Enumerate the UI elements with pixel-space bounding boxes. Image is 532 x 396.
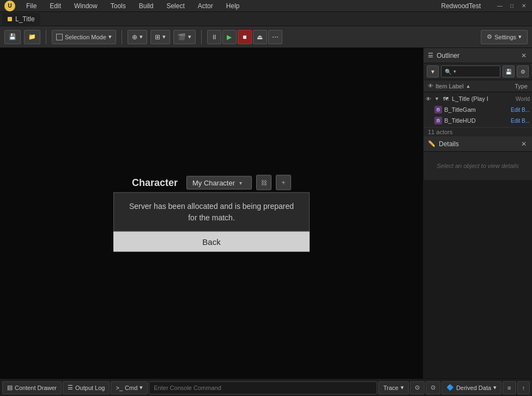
character-link-button[interactable]: ⛓ bbox=[256, 175, 271, 190]
output-log-button[interactable]: ☰ Output Log bbox=[63, 381, 110, 394]
content-drawer-button[interactable]: ▤ Content Drawer bbox=[2, 381, 62, 394]
menu-actor[interactable]: Actor bbox=[196, 1, 215, 11]
blueprint-icon-2: B bbox=[434, 117, 442, 124]
outliner-save-icon: 💾 bbox=[505, 69, 512, 75]
cinematics-button[interactable]: 🎬▾ bbox=[173, 30, 196, 44]
level-tab-label: L_Title bbox=[15, 15, 35, 23]
right-panels: ☰ Outliner ✕ ▼ 🔍 ▾ 💾 ⚙ bbox=[423, 48, 532, 379]
outliner-add-button[interactable]: 💾 bbox=[503, 65, 515, 77]
misc-icon-3: ≡ bbox=[507, 385, 511, 391]
derived-data-icon: 🔷 bbox=[446, 384, 454, 391]
col-item-label: 👁 Item Label ▲ bbox=[428, 83, 500, 89]
toolbar-divider-1 bbox=[46, 30, 46, 44]
menu-select[interactable]: Select bbox=[164, 1, 186, 11]
link-icon: ⛓ bbox=[261, 179, 267, 186]
actors-count: 11 actors bbox=[424, 127, 532, 136]
selection-mode-button[interactable]: Selection Mode ▾ bbox=[52, 30, 116, 44]
perf-icon-1-button[interactable]: ⊙ bbox=[410, 381, 425, 394]
tree-item-label: B_TitleHUD bbox=[444, 117, 509, 124]
open-button[interactable]: 📁 bbox=[24, 30, 40, 44]
eye-col-icon: 👁 bbox=[428, 83, 433, 89]
misc-icon-4-button[interactable]: ↑ bbox=[517, 381, 530, 394]
cmd-icon: >_ bbox=[116, 385, 123, 391]
minimize-button[interactable]: — bbox=[496, 2, 504, 10]
add-mode-button[interactable]: ⊕▾ bbox=[128, 30, 147, 44]
app-logo: U bbox=[4, 1, 15, 11]
tree-row[interactable]: 👁 ▼ 🗺 L_Title (Play I World bbox=[424, 93, 532, 104]
trace-button[interactable]: Trace ▾ bbox=[378, 381, 409, 394]
app-title: RedwoodTest bbox=[441, 2, 481, 10]
save-button[interactable]: 💾 bbox=[4, 30, 21, 44]
play-button[interactable]: ▶ bbox=[222, 30, 237, 44]
expand-icon[interactable]: ▼ bbox=[434, 96, 440, 101]
outliner-settings-button[interactable]: ⚙ bbox=[517, 65, 529, 77]
output-log-label: Output Log bbox=[75, 385, 105, 391]
settings-label: Settings bbox=[494, 34, 516, 40]
outliner-search[interactable]: 🔍 ▾ bbox=[441, 65, 500, 77]
more-options-button[interactable]: ⋯ bbox=[268, 30, 282, 44]
details-close-button[interactable]: ✕ bbox=[520, 140, 528, 148]
tree-item-label: L_Title (Play I bbox=[452, 95, 513, 102]
outliner-filter-button[interactable]: ▼ bbox=[427, 65, 439, 77]
visibility-icon[interactable]: 👁 bbox=[426, 96, 431, 102]
pause-button[interactable]: ⏸ bbox=[207, 30, 221, 44]
maximize-button[interactable]: □ bbox=[508, 2, 516, 10]
details-panel-icon: ✏️ bbox=[428, 140, 436, 147]
filter-icon: ▼ bbox=[430, 69, 436, 75]
tree-row[interactable]: B B_TitleGam Edit B... bbox=[424, 104, 532, 115]
selection-mode-arrow: ▾ bbox=[108, 33, 112, 40]
stop-button[interactable]: ■ bbox=[238, 30, 252, 44]
details-header: ✏️ Details ✕ bbox=[424, 136, 532, 152]
tree-item-type: World bbox=[516, 96, 530, 102]
level-tab[interactable]: L_Title bbox=[2, 13, 40, 25]
server-message: Server has been allocated and is being p… bbox=[113, 193, 310, 232]
main-layout: Character My Character ▾ ⛓ + Server has … bbox=[0, 48, 532, 379]
viewport[interactable]: Character My Character ▾ ⛓ + Server has … bbox=[0, 48, 423, 379]
back-button[interactable]: Back bbox=[113, 232, 310, 252]
details-empty-message: Select an object to view details bbox=[424, 152, 532, 180]
details-title: Details bbox=[439, 140, 517, 148]
close-button[interactable]: ✕ bbox=[520, 2, 528, 10]
outliner-panel-icon: ☰ bbox=[428, 52, 433, 59]
snap-button[interactable]: ⊞▾ bbox=[150, 30, 170, 44]
cmd-button[interactable]: >_ Cmd ▾ bbox=[111, 381, 148, 394]
menu-window[interactable]: Window bbox=[72, 1, 100, 11]
edit-link-2[interactable]: Edit B... bbox=[511, 118, 530, 124]
content-drawer-icon: ▤ bbox=[7, 384, 13, 391]
derived-data-arrow: ▾ bbox=[493, 384, 497, 391]
misc-icon-3-button[interactable]: ≡ bbox=[503, 381, 516, 394]
character-label: Character bbox=[132, 177, 178, 188]
blueprint-icon-1: B bbox=[434, 106, 442, 113]
trace-arrow-icon: ▾ bbox=[401, 384, 404, 391]
content-drawer-label: Content Drawer bbox=[15, 385, 57, 391]
add-icon: + bbox=[282, 179, 286, 187]
derived-data-button[interactable]: 🔷 Derived Data ▾ bbox=[442, 381, 501, 394]
character-dropdown[interactable]: My Character ▾ bbox=[186, 176, 252, 189]
play-controls: ⏸ ▶ ■ ⏏ ⋯ bbox=[207, 30, 282, 44]
menu-tools[interactable]: Tools bbox=[108, 1, 128, 11]
outliner-title: Outliner bbox=[437, 52, 517, 59]
menu-file[interactable]: File bbox=[24, 1, 39, 11]
world-icon: 🗺 bbox=[442, 95, 450, 103]
outliner-gear-icon: ⚙ bbox=[521, 69, 525, 75]
character-add-button[interactable]: + bbox=[276, 175, 291, 190]
menu-edit[interactable]: Edit bbox=[47, 1, 63, 11]
character-dropdown-arrow: ▾ bbox=[239, 179, 242, 185]
perf-icon-2-button[interactable]: ⊙ bbox=[426, 381, 440, 394]
tree-row[interactable]: B B_TitleHUD Edit B... bbox=[424, 115, 532, 126]
outliner-close-button[interactable]: ✕ bbox=[520, 52, 528, 59]
trace-label: Trace bbox=[383, 385, 398, 391]
menu-help[interactable]: Help bbox=[224, 1, 242, 11]
settings-button[interactable]: ⚙ Settings ▾ bbox=[481, 30, 528, 44]
outliner-header: ☰ Outliner ✕ bbox=[424, 48, 532, 63]
eject-button[interactable]: ⏏ bbox=[253, 30, 267, 44]
toolbar-divider-3 bbox=[201, 30, 202, 44]
character-value: My Character bbox=[192, 178, 235, 187]
console-input[interactable] bbox=[149, 381, 377, 394]
character-row: Character My Character ▾ ⛓ + bbox=[132, 175, 291, 190]
details-panel: ✏️ Details ✕ Select an object to view de… bbox=[423, 136, 532, 180]
misc-icon-4: ↑ bbox=[522, 385, 525, 391]
menu-build[interactable]: Build bbox=[137, 1, 156, 11]
cmd-arrow-icon: ▾ bbox=[140, 384, 143, 391]
edit-link-1[interactable]: Edit B... bbox=[511, 107, 530, 113]
